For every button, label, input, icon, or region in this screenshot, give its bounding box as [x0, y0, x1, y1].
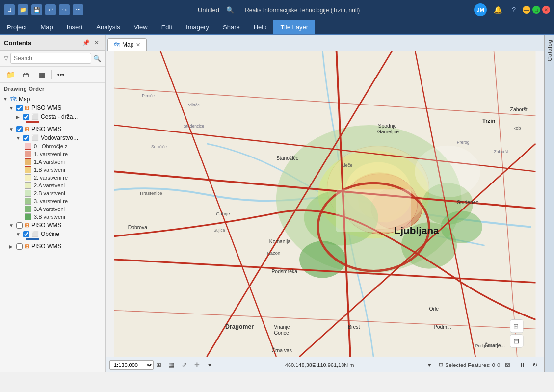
expand-arrow-obcine[interactable]: ▼ [16, 232, 22, 237]
layer-cesta[interactable]: ▶ ⬜ Cesta - drža... [0, 112, 105, 121]
menu-share[interactable]: Share [216, 20, 247, 34]
legend-item-8: 3.A varstveni [0, 205, 105, 213]
more-options-button[interactable]: ••• [54, 69, 67, 80]
svg-text:Zaboršt: Zaboršt [510, 107, 528, 112]
svg-text:Pirniče: Pirniče [142, 93, 155, 98]
add-database-button[interactable]: 🗃 [20, 69, 32, 80]
legend-box-8 [25, 206, 31, 212]
redo-icon[interactable]: ↪ [59, 4, 70, 15]
zoom-extent-button[interactable]: ⤢ [179, 360, 189, 370]
menu-view[interactable]: View [127, 20, 155, 34]
layer-piso1[interactable]: ▼ ⊞ PISO WMS [0, 104, 105, 112]
layers-list[interactable]: ▼ 🗺 Map ▼ ⊞ PISO WMS ▶ ⬜ Cesta - drža... [0, 93, 105, 372]
grid-button[interactable]: ⊞ [153, 360, 164, 370]
checkbox-vodo[interactable] [23, 135, 29, 141]
pan-button[interactable]: ✛ [191, 360, 202, 370]
legend-box-2 [25, 158, 31, 165]
map-tab-main[interactable]: 🗺 Map ✕ [107, 38, 147, 51]
checkbox-piso2[interactable] [16, 126, 23, 132]
add-folder-button[interactable]: 📁 [4, 69, 17, 80]
checkbox-piso4[interactable] [16, 243, 23, 250]
search-input[interactable] [10, 53, 91, 64]
svg-text:Gorice: Gorice [274, 330, 289, 336]
svg-text:Gameljne: Gameljne [377, 129, 399, 134]
add-layer-button[interactable]: ▦ [35, 69, 48, 80]
menu-tilelayer[interactable]: Tile Layer [273, 20, 315, 34]
legend-box-0 [25, 143, 31, 150]
legend-box-6 [25, 190, 31, 197]
layer-piso3[interactable]: ▼ ⊞ PISO WMS [0, 221, 105, 230]
expand-arrow-piso1[interactable]: ▼ [9, 105, 15, 111]
checkbox-cesta[interactable] [23, 114, 29, 120]
search-magnifier-icon[interactable]: 🔍 [93, 55, 101, 62]
titlebar: 🗋 📁 💾 ↩ ↪ ⋯ Untitled 🔍 Realis Informacij… [0, 0, 554, 20]
legend-label-7: 3. varstveni re [34, 198, 68, 204]
menu-project[interactable]: Project [0, 20, 33, 34]
cesta-legend [0, 121, 105, 125]
svg-text:Podm...: Podm... [434, 324, 451, 330]
menu-map[interactable]: Map [33, 20, 59, 34]
menu-imagery[interactable]: Imagery [179, 20, 216, 34]
search-icon-title[interactable]: 🔍 [226, 6, 234, 14]
new-icon[interactable]: 🗋 [4, 4, 15, 15]
map-canvas[interactable]: Ljubljana Dragomer Dobrova Podsmreka Kom… [106, 51, 544, 357]
menu-help[interactable]: Help [247, 20, 274, 34]
layer-map[interactable]: ▼ 🗺 Map [0, 94, 105, 104]
pin-icon[interactable]: 📌 [81, 38, 90, 47]
open-icon[interactable]: 📁 [18, 4, 28, 15]
cesta-line [26, 121, 39, 123]
minimize-button[interactable]: — [523, 6, 530, 14]
right-catalog[interactable]: Catalog [544, 35, 554, 372]
layer-icon-obcine: ⬜ [31, 231, 39, 237]
help-icon[interactable]: ? [509, 6, 519, 14]
legend-label-8: 3.A varstveni [34, 206, 65, 212]
close-panel-button[interactable]: ✕ [92, 38, 101, 47]
svg-text:Hrastenice: Hrastenice [140, 190, 162, 196]
more-icon[interactable]: ⋯ [73, 4, 83, 15]
table-button[interactable]: ▦ [166, 360, 177, 370]
expand-arrow-piso2[interactable]: ▼ [9, 127, 15, 132]
svg-text:Ljubljana: Ljubljana [395, 225, 440, 236]
maximize-button[interactable]: □ [532, 6, 540, 14]
nav-dropdown[interactable]: ▾ [204, 360, 215, 370]
expand-arrow-vodo[interactable]: ▼ [16, 135, 22, 141]
tab-close-button[interactable]: ✕ [136, 42, 140, 48]
coord-options-button[interactable]: ▾ [424, 360, 435, 370]
clear-selection-button[interactable]: ⊠ [502, 360, 513, 370]
layer-name-vodo: Vodovarstvo... [41, 134, 78, 141]
legend-item-4: 2. varstveni re [0, 174, 105, 182]
close-button[interactable]: ✕ [542, 6, 550, 14]
zoom-control[interactable]: 1:130.000 1:50.000 1:250.000 ▾ [109, 360, 149, 370]
save-icon[interactable]: 💾 [31, 4, 42, 15]
expand-arrow-map[interactable]: ▼ [3, 96, 9, 102]
pause-button[interactable]: ⏸ [517, 360, 528, 370]
menu-edit[interactable]: Edit [155, 20, 179, 34]
legend-item-7: 3. varstveni re [0, 197, 105, 205]
checkbox-piso1[interactable] [16, 105, 23, 111]
menu-analysis[interactable]: Analysis [89, 20, 127, 34]
undo-icon[interactable]: ↩ [45, 4, 56, 15]
window-controls: — □ ✕ [523, 6, 550, 14]
main-layout: Contents 📌 ✕ ▽ 🔍 📁 🗃 ▦ ••• Drawing Order… [0, 35, 554, 372]
layer-piso4[interactable]: ▶ ⊞ PISO WMS [0, 242, 105, 251]
menu-insert[interactable]: Insert [60, 20, 90, 34]
avatar[interactable]: JM [474, 3, 487, 16]
expand-arrow-piso4[interactable]: ▶ [9, 244, 15, 249]
layer-piso2[interactable]: ▼ ⊞ PISO WMS [0, 125, 105, 133]
expand-arrow-cesta[interactable]: ▶ [16, 114, 22, 120]
expand-arrow-piso3[interactable]: ▼ [9, 223, 15, 228]
layer-vodovarstvo[interactable]: ▼ ⬜ Vodovarstvo... [0, 133, 105, 142]
checkbox-obcine[interactable] [23, 231, 29, 237]
panel-title: Contents [4, 39, 31, 47]
legend-box-3 [25, 166, 31, 173]
layer-obcine[interactable]: ▼ ⬜ Občine [0, 230, 105, 238]
checkbox-piso3[interactable] [16, 222, 23, 229]
layer-name-cesta: Cesta - drža... [41, 113, 78, 120]
wms-icon-piso2: ⊞ [25, 126, 29, 132]
obcine-legend [0, 238, 105, 242]
legend-label-9: 3.B varstveni [34, 214, 65, 220]
layer-name-piso2: PISO WMS [31, 126, 61, 132]
notification-icon[interactable]: 🔔 [491, 6, 505, 14]
coordinates-display: 460.148,38E 110.961,18N m [219, 362, 420, 368]
refresh-button[interactable]: ↻ [529, 360, 540, 370]
